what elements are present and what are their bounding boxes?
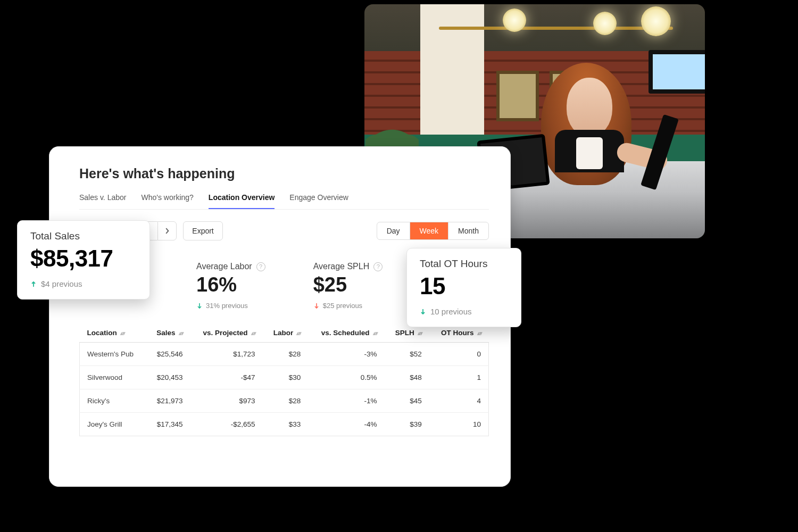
table-row[interactable]: Ricky's$21,973$973$28-1%$454 (80, 389, 489, 413)
tab-who-s-working[interactable]: Who's working? (141, 193, 193, 209)
cell-labor: $28 (263, 343, 309, 366)
tabs: Sales v. LaborWho's working?Location Ove… (79, 193, 489, 210)
kpi-label: Average Labor (196, 262, 252, 271)
kpi-value: 16% (196, 273, 265, 296)
cell-labor: $28 (263, 389, 309, 413)
tab-engage-overview[interactable]: Engage Overview (289, 193, 348, 209)
sort-icon: ▴▾ (120, 330, 124, 336)
sort-icon: ▴▾ (373, 330, 377, 336)
cell-splh: $48 (385, 366, 429, 389)
tab-sales-v-labor[interactable]: Sales v. Labor (79, 193, 126, 209)
cell-ot-hours: 4 (429, 389, 489, 413)
cell-location: Ricky's (80, 389, 146, 413)
cell-vs-projected: -$47 (190, 366, 263, 389)
page-title: Here's what's happening (79, 166, 489, 181)
arrow-down-icon (196, 303, 203, 309)
cell-location: Silverwood (80, 366, 146, 389)
export-button[interactable]: Export (183, 221, 222, 240)
col-labor[interactable]: Labor▴▾ (263, 323, 309, 343)
cell-location: Joey's Grill (80, 413, 146, 436)
callout-value: $85,317 (30, 245, 136, 272)
cell-labor: $30 (263, 366, 309, 389)
cell-vs-scheduled: -4% (308, 413, 384, 436)
callout-delta: 10 previous (430, 307, 472, 316)
kpi-average-labor: Average Labor ? 16% 31% previous (196, 262, 265, 310)
cell-splh: $52 (385, 343, 429, 366)
sort-icon: ▴▾ (418, 330, 422, 336)
col-vs-scheduled[interactable]: vs. Scheduled▴▾ (308, 323, 384, 343)
callout-delta: $4 previous (41, 279, 82, 288)
cell-sales: $20,453 (146, 366, 190, 389)
table-row[interactable]: Silverwood$20,453-$47$300.5%$481 (80, 366, 489, 389)
help-icon[interactable]: ? (256, 262, 265, 271)
cell-vs-scheduled: 0.5% (308, 366, 384, 389)
tab-location-overview[interactable]: Location Overview (209, 193, 275, 209)
kpi-delta: 31% previous (206, 302, 248, 310)
cell-ot-hours: 0 (429, 343, 489, 366)
locations-table: Location▴▾Sales▴▾vs. Projected▴▾Labor▴▾v… (79, 323, 489, 436)
cell-splh: $39 (385, 413, 429, 436)
cell-sales: $21,973 (146, 389, 190, 413)
cell-ot-hours: 10 (429, 413, 489, 436)
callout-label: Total Sales (30, 230, 136, 242)
range-option-day[interactable]: Day (377, 222, 410, 239)
range-segmented: DayWeekMonth (377, 222, 489, 240)
callout-total-ot-hours: Total OT Hours 15 10 previous (406, 248, 521, 327)
arrow-down-icon (420, 309, 426, 315)
cell-labor: $33 (263, 413, 309, 436)
cell-vs-scheduled: -3% (308, 343, 384, 366)
cell-splh: $45 (385, 389, 429, 413)
cell-location: Western's Pub (80, 343, 146, 366)
cell-sales: $17,345 (146, 413, 190, 436)
sort-icon: ▴▾ (251, 330, 255, 336)
kpi-value: $25 (313, 273, 383, 296)
kpi-delta: $25 previous (323, 302, 362, 310)
sort-icon: ▴▾ (179, 330, 183, 336)
cell-vs-projected: $973 (190, 389, 263, 413)
chevron-right-icon (164, 228, 170, 234)
col-location[interactable]: Location▴▾ (80, 323, 146, 343)
date-next-button[interactable] (157, 221, 177, 240)
cell-sales: $25,546 (146, 343, 190, 366)
col-vs-projected[interactable]: vs. Projected▴▾ (190, 323, 263, 343)
help-icon[interactable]: ? (373, 262, 383, 271)
kpi-average-splh: Average SPLH ? $25 $25 previous (313, 262, 383, 310)
range-option-month[interactable]: Month (448, 222, 488, 239)
cell-vs-scheduled: -1% (308, 389, 384, 413)
cell-vs-projected: -$2,655 (190, 413, 263, 436)
callout-total-sales: Total Sales $85,317 $4 previous (17, 220, 150, 300)
col-sales[interactable]: Sales▴▾ (146, 323, 190, 343)
callout-label: Total OT Hours (420, 258, 507, 270)
arrow-up-icon (30, 281, 37, 287)
arrow-down-icon (313, 303, 320, 309)
cell-ot-hours: 1 (429, 366, 489, 389)
range-option-week[interactable]: Week (410, 222, 448, 239)
kpi-label: Average SPLH (313, 262, 370, 271)
table-row[interactable]: Western's Pub$25,546$1,723$28-3%$520 (80, 343, 489, 366)
cell-vs-projected: $1,723 (190, 343, 263, 366)
table-row[interactable]: Joey's Grill$17,345-$2,655$33-4%$3910 (80, 413, 489, 436)
sort-icon: ▴▾ (296, 330, 301, 336)
sort-icon: ▴▾ (477, 330, 481, 336)
callout-value: 15 (420, 273, 507, 300)
